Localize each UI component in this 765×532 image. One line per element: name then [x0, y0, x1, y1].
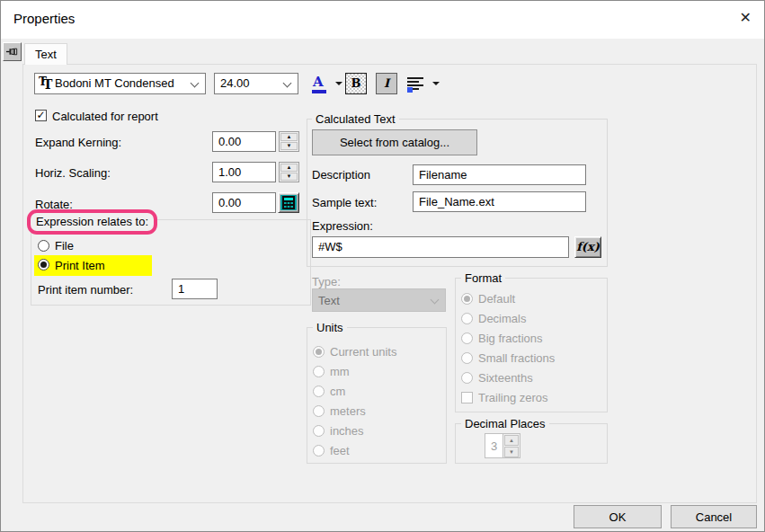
pushpin-icon [5, 45, 19, 58]
font-family-value: Bodoni MT Condensed [55, 76, 174, 90]
bold-button[interactable]: B [345, 73, 367, 94]
decimal-places-value: 3 [485, 433, 503, 458]
radio-decimals [461, 313, 473, 324]
radio-sixteenths-label: Sixteenths [478, 371, 533, 385]
radio-current-units [313, 346, 325, 358]
format-legend: Format [461, 271, 505, 285]
truetype-icon: T [43, 77, 52, 92]
italic-icon: I [384, 76, 389, 90]
align-accent-square [407, 87, 413, 93]
ok-button[interactable]: OK [574, 505, 662, 528]
spin-up-icon[interactable]: ▲ [280, 133, 298, 141]
calculated-text-legend: Calculated Text [312, 112, 399, 126]
decimal-places-spinner: ▲ ▼ [503, 433, 520, 458]
type-label: Type: [312, 275, 341, 288]
tab-text[interactable]: Text [24, 43, 67, 65]
close-icon[interactable]: ✕ [740, 9, 752, 26]
pin-button[interactable] [3, 42, 22, 61]
radio-small-fractions-label: Small fractions [478, 351, 555, 365]
spin-down-icon: ▼ [504, 447, 519, 457]
fx-button[interactable]: f(x) [574, 236, 601, 258]
description-label: Description [312, 168, 370, 182]
radio-file[interactable] [38, 240, 49, 252]
radio-current-units-label: Current units [330, 345, 396, 359]
chevron-down-icon [431, 296, 440, 305]
radio-meters [313, 405, 325, 417]
horiz-scaling-field[interactable]: 1.00 [212, 162, 276, 182]
bold-icon: B [351, 76, 361, 90]
radio-feet [313, 445, 325, 457]
horiz-scaling-spinner[interactable]: ▲ ▼ [279, 162, 299, 182]
radio-print-item[interactable] [38, 259, 49, 270]
horiz-scaling-label: Horiz. Scaling: [35, 166, 111, 180]
decimal-places-legend: Decimal Places [461, 417, 549, 430]
radio-big-fractions-label: Big fractions [478, 332, 543, 345]
spin-down-icon[interactable]: ▼ [280, 142, 298, 150]
radio-meters-label: meters [330, 404, 366, 418]
radio-default [461, 293, 473, 305]
dropdown-arrow-icon [432, 82, 440, 85]
radio-inches [313, 425, 325, 437]
units-legend: Units [313, 321, 347, 334]
font-color-icon: A [313, 74, 324, 90]
type-combobox: Text [312, 288, 446, 312]
radio-big-fractions [461, 332, 473, 344]
spin-up-icon: ▲ [504, 435, 519, 446]
expand-kerning-spinner[interactable]: ▲ ▼ [279, 131, 299, 152]
expression-field[interactable]: #W$ [312, 236, 569, 258]
radio-inches-label: inches [330, 424, 364, 438]
type-value: Text [318, 294, 340, 307]
sample-text-field[interactable]: File_Name.ext [413, 191, 586, 212]
radio-mm-label: mm [330, 365, 350, 378]
print-item-number-field[interactable]: 1 [172, 279, 218, 299]
calculator-icon [280, 195, 297, 210]
font-color-button[interactable]: A [310, 73, 344, 94]
window-title: Properties [13, 11, 75, 26]
sample-text-label: Sample text: [312, 196, 377, 209]
rotate-calculator-button[interactable] [278, 192, 299, 213]
spin-down-icon[interactable]: ▼ [280, 173, 298, 181]
select-from-catalog-button[interactable]: Select from catalog... [312, 129, 477, 155]
properties-dialog: Properties ✕ Text T T Bodoni MT Condense… [0, 0, 765, 532]
expand-kerning-field[interactable]: 0.00 [212, 131, 276, 152]
radio-file-label: File [55, 239, 74, 253]
font-size-combobox[interactable]: 24.00 [214, 73, 298, 94]
print-item-number-label: Print item number: [38, 283, 133, 297]
radio-decimals-label: Decimals [478, 312, 526, 325]
radio-cm [313, 386, 325, 397]
spin-up-icon[interactable]: ▲ [280, 164, 298, 172]
cancel-button[interactable]: Cancel [671, 505, 757, 528]
expand-kerning-label: Expand Kerning: [35, 136, 121, 149]
trailing-zeros-label: Trailing zeros [478, 391, 548, 404]
font-family-combobox[interactable]: T T Bodoni MT Condensed [34, 73, 206, 94]
expression-relates-legend: Expression relates to: [36, 215, 148, 228]
calculated-for-report-label: Calculated for report [52, 110, 158, 123]
calculated-for-report-checkbox[interactable]: ✓ [35, 110, 47, 121]
radio-small-fractions [461, 352, 473, 364]
radio-print-item-label: Print Item [55, 259, 105, 272]
radio-sixteenths [461, 372, 473, 384]
trailing-zeros-checkbox [461, 392, 473, 403]
expression-label: Expression: [312, 219, 373, 233]
tab-label: Text [35, 48, 57, 61]
chevron-down-icon [191, 79, 200, 88]
alignment-button[interactable] [407, 73, 441, 94]
italic-button[interactable]: I [376, 73, 397, 94]
radio-mm [313, 366, 325, 377]
chevron-down-icon [283, 79, 292, 88]
pink-highlight: Expression relates to: [27, 209, 157, 235]
check-icon: ✓ [36, 109, 45, 121]
radio-cm-label: cm [330, 385, 345, 398]
description-field[interactable]: Filename [413, 164, 586, 185]
radio-default-label: Default [478, 292, 515, 306]
font-size-value: 24.00 [220, 76, 250, 90]
title-bar: Properties ✕ [1, 1, 764, 39]
color-underline-bar [312, 90, 326, 93]
rotate-field[interactable]: 0.00 [212, 192, 276, 213]
radio-feet-label: feet [330, 444, 350, 457]
dropdown-arrow-icon [335, 82, 342, 85]
